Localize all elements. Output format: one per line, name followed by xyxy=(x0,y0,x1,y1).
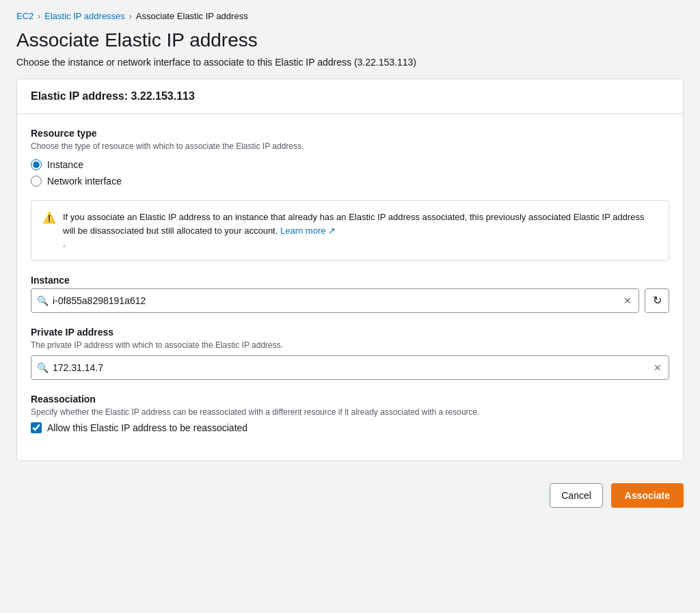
alert-learn-more-link[interactable]: Learn more ↗ xyxy=(280,226,336,236)
private-ip-input[interactable] xyxy=(53,362,652,373)
radio-instance-item[interactable]: Instance xyxy=(31,159,669,170)
breadcrumb-current: Associate Elastic IP address xyxy=(136,11,248,21)
instance-input-wrapper[interactable]: 🔍 ✕ xyxy=(31,288,639,313)
instance-refresh-button[interactable]: ↻ xyxy=(645,288,669,313)
cancel-button[interactable]: Cancel xyxy=(550,483,603,508)
reassociation-desc: Specify whether the Elastic IP address c… xyxy=(31,407,669,417)
page-subtitle: Choose the instance or network interface… xyxy=(0,57,700,79)
main-panel: Elastic IP address: 3.22.153.113 Resourc… xyxy=(16,79,684,461)
reassociation-checkbox[interactable] xyxy=(31,422,42,433)
resource-type-desc: Choose the type of resource with which t… xyxy=(31,141,669,151)
page-title: Associate Elastic IP address xyxy=(0,27,700,57)
instance-search-icon: 🔍 xyxy=(37,295,49,306)
private-ip-input-row: 🔍 ✕ xyxy=(31,355,669,380)
private-ip-field-desc: The private IP address with which to ass… xyxy=(31,340,669,350)
alert-text: If you associate an Elastic IP address t… xyxy=(63,210,658,251)
instance-input[interactable] xyxy=(53,295,622,306)
reassociation-section: Reassociation Specify whether the Elasti… xyxy=(31,394,669,433)
alert-message: If you associate an Elastic IP address t… xyxy=(63,212,645,236)
breadcrumb-sep-1: › xyxy=(38,12,40,21)
panel-header: Elastic IP address: 3.22.153.113 xyxy=(17,79,683,114)
resource-type-section: Resource type Choose the type of resourc… xyxy=(31,128,669,187)
private-ip-field-label: Private IP address xyxy=(31,327,669,338)
alert-content: ⚠️ If you associate an Elastic IP addres… xyxy=(42,210,658,251)
alert-box: ⚠️ If you associate an Elastic IP addres… xyxy=(31,200,669,261)
private-ip-field-section: Private IP address The private IP addres… xyxy=(31,327,669,380)
reassociation-label: Reassociation xyxy=(31,394,669,405)
radio-instance[interactable] xyxy=(31,159,42,170)
footer-bar: Cancel Associate xyxy=(0,472,700,519)
radio-group: Instance Network interface xyxy=(31,159,669,187)
instance-field-section: Instance 🔍 ✕ ↻ xyxy=(31,275,669,313)
warning-icon: ⚠️ xyxy=(42,211,56,224)
instance-clear-icon[interactable]: ✕ xyxy=(622,294,633,308)
radio-instance-label: Instance xyxy=(47,159,83,170)
radio-network[interactable] xyxy=(31,176,42,187)
private-ip-search-icon: 🔍 xyxy=(37,362,49,373)
breadcrumb-sep-2: › xyxy=(129,12,132,21)
private-ip-input-wrapper[interactable]: 🔍 ✕ xyxy=(31,355,669,380)
breadcrumb: EC2 › Elastic IP addresses › Associate E… xyxy=(0,0,700,27)
panel-header-title: Elastic IP address: 3.22.153.113 xyxy=(31,90,195,102)
reassociation-checkbox-label: Allow this Elastic IP address to be reas… xyxy=(47,422,247,433)
resource-type-label: Resource type xyxy=(31,128,669,139)
radio-network-item[interactable]: Network interface xyxy=(31,176,669,187)
breadcrumb-elastic-ip[interactable]: Elastic IP addresses xyxy=(44,11,125,21)
reassociation-checkbox-item[interactable]: Allow this Elastic IP address to be reas… xyxy=(31,422,669,433)
breadcrumb-ec2[interactable]: EC2 xyxy=(16,11,33,21)
instance-field-label: Instance xyxy=(31,275,669,286)
private-ip-clear-icon[interactable]: ✕ xyxy=(652,361,663,374)
instance-input-row: 🔍 ✕ ↻ xyxy=(31,288,669,313)
radio-network-label: Network interface xyxy=(47,176,122,187)
associate-button[interactable]: Associate xyxy=(611,483,684,508)
panel-body: Resource type Choose the type of resourc… xyxy=(17,114,683,461)
